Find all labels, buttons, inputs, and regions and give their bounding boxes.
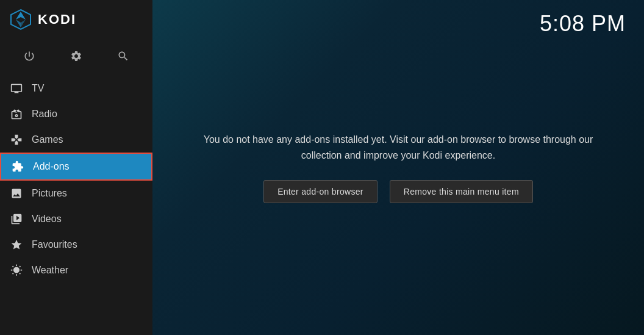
addons-icon [11,160,24,173]
sidebar-item-tv[interactable]: TV [0,76,152,101]
action-buttons: Enter add-on browser Remove this main me… [263,180,533,203]
enter-addon-browser-button[interactable]: Enter add-on browser [263,180,377,203]
main-content: 5:08 PM You do not have any add-ons inst… [152,0,644,335]
settings-button[interactable] [64,44,88,68]
sidebar-item-pictures-label: Pictures [32,188,67,199]
sidebar-item-radio-label: Radio [32,109,57,120]
sidebar-item-videos-label: Videos [32,214,62,225]
no-addons-message: You do not have any add-ons installed ye… [185,132,612,163]
app-header: KODI [0,0,152,39]
tv-icon [10,82,23,95]
power-button[interactable] [17,44,41,68]
sidebar-item-games-label: Games [32,134,63,145]
app-title: KODI [38,12,76,27]
games-icon [10,133,23,146]
remove-menu-item-button[interactable]: Remove this main menu item [390,180,533,203]
svg-marker-2 [16,20,21,27]
pictures-icon [10,187,23,200]
sidebar: KODI TV Radio Games [0,0,152,335]
time-display: 5:08 PM [540,11,626,37]
kodi-logo-icon [10,9,32,31]
sidebar-item-weather-label: Weather [32,265,68,276]
search-button[interactable] [111,44,135,68]
main-nav: TV Radio Games Add-ons Pictures [0,76,152,335]
sidebar-item-addons-label: Add-ons [33,161,70,172]
sidebar-item-videos[interactable]: Videos [0,206,152,232]
sidebar-item-radio[interactable]: Radio [0,101,152,127]
content-area: You do not have any add-ons installed ye… [185,132,612,203]
svg-marker-1 [16,12,26,20]
svg-marker-3 [21,20,26,27]
sidebar-item-addons[interactable]: Add-ons [0,153,152,181]
sidebar-item-tv-label: TV [32,83,44,94]
weather-icon [10,264,23,277]
sidebar-item-games[interactable]: Games [0,127,152,153]
favourites-icon [10,238,23,251]
radio-icon [10,107,23,121]
sidebar-item-favourites-label: Favourites [32,239,77,250]
sidebar-item-weather[interactable]: Weather [0,258,152,283]
top-icon-row [0,39,152,76]
sidebar-item-favourites[interactable]: Favourites [0,232,152,258]
sidebar-item-pictures[interactable]: Pictures [0,181,152,206]
videos-icon [10,212,23,226]
